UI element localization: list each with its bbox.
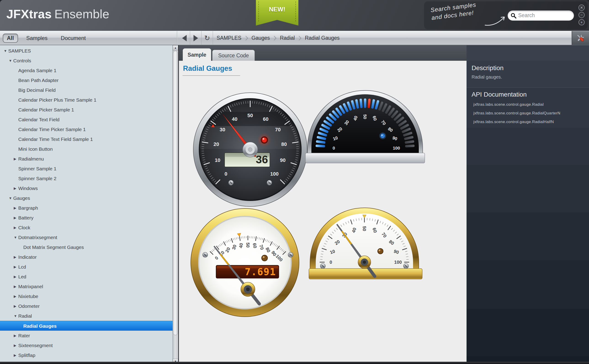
disclosure-triangle-icon[interactable]: ▼: [4, 46, 8, 56]
tree-item-label: Calendar Time Text Field Sample 1: [18, 134, 93, 144]
disclosure-triangle-icon[interactable]: ▶: [14, 282, 18, 291]
svg-text:60: 60: [252, 243, 258, 248]
tree-item-battery[interactable]: ▶Battery: [0, 213, 172, 223]
tree-item-calendar-time-picker-sample-1[interactable]: Calendar Time Picker Sample 1: [0, 124, 172, 134]
tree-item-lcd[interactable]: ▶Lcd: [0, 262, 172, 272]
tree-item-gauges[interactable]: ▼Gauges: [0, 193, 172, 203]
tree-item-label: Dot Matrix Segment Gauges: [23, 242, 84, 252]
disclosure-triangle-icon[interactable]: ▶: [14, 291, 18, 301]
disclosure-triangle-icon[interactable]: ▶: [14, 350, 18, 360]
tree-item-calendar-text-field[interactable]: Calendar Text Field: [0, 115, 172, 124]
svg-text:0: 0: [333, 146, 335, 150]
tree-item-matrixpanel[interactable]: ▶Matrixpanel: [0, 282, 172, 291]
svg-text:0: 0: [225, 171, 227, 177]
disclosure-triangle-icon[interactable]: ▶: [14, 183, 18, 193]
disclosure-triangle-icon[interactable]: ▶: [14, 262, 18, 272]
svg-text:50: 50: [245, 242, 250, 247]
svg-text:0: 0: [329, 260, 332, 265]
svg-text:30: 30: [220, 127, 225, 132]
tab-source-code[interactable]: Source Code: [212, 50, 255, 61]
tree-item-bean-path-adapter[interactable]: Bean Path Adapter: [0, 75, 172, 85]
disclosure-triangle-icon[interactable]: ▶: [14, 340, 18, 350]
svg-text:100: 100: [270, 171, 279, 177]
disclosure-triangle-icon[interactable]: ▼: [14, 233, 18, 242]
disclosure-triangle-icon[interactable]: ▶: [14, 154, 18, 164]
plus-button[interactable]: +: [578, 19, 585, 25]
tree-item-big-decimal-field[interactable]: Big Decimal Field: [0, 85, 172, 95]
disclosure-triangle-icon[interactable]: ▶: [14, 252, 18, 262]
forward-icon: [194, 35, 198, 41]
tree-item-sixteensegment[interactable]: ▶Sixteensegment: [0, 340, 172, 350]
tree-item-samples[interactable]: ▼SAMPLES: [0, 46, 172, 56]
back-button[interactable]: [179, 31, 190, 45]
filter-all[interactable]: All: [3, 33, 18, 43]
tree-item-calendar-picker-sample-1[interactable]: Calendar Picker Sample 1: [0, 105, 172, 115]
tree-item-nixietube[interactable]: ▶Nixietube: [0, 291, 172, 301]
settings-button[interactable]: [572, 31, 589, 45]
filter-group: AllSamplesDocument: [3, 31, 94, 45]
tree-item-radialmenu[interactable]: ▶Radialmenu: [0, 154, 172, 164]
disclosure-triangle-icon[interactable]: ▼: [9, 56, 13, 65]
tab-strip: SampleSource Code: [179, 45, 466, 61]
tree-item-label: Sixteensegment: [18, 340, 53, 350]
tree-item-label: Calendar Text Field: [18, 115, 60, 124]
app-header: JFXtrasEnsemble NEW! Search samples and …: [0, 0, 589, 31]
tree-item-bargraph[interactable]: ▶Bargraph: [0, 203, 172, 213]
breadcrumb-item-radial[interactable]: Radial: [276, 31, 298, 45]
tree-item-spinner-sample-2[interactable]: Spinner Sample 2: [0, 174, 172, 183]
back-icon: [182, 35, 187, 41]
disclosure-triangle-icon[interactable]: ▼: [14, 311, 18, 321]
tree-item-windows[interactable]: ▶Windows: [0, 183, 172, 193]
toolbar-separator: [177, 31, 177, 45]
scroll-up-button[interactable]: ▲: [173, 45, 178, 51]
tree-item-calendar-picker-plus-time-sample-1[interactable]: Calendar Picker Plus Time Sample 1: [0, 95, 172, 105]
breadcrumb-item-gauges[interactable]: Gauges: [248, 31, 274, 45]
gauge-gold-half: 0102030405060708090100: [308, 201, 423, 281]
tree-item-mini-icon-button[interactable]: Mini Icon Button: [0, 144, 172, 154]
tree-item-calendar-time-text-field-sample-1[interactable]: Calendar Time Text Field Sample 1: [0, 134, 172, 144]
breadcrumb-item-samples[interactable]: SAMPLES: [213, 31, 245, 45]
disclosure-triangle-icon[interactable]: ▶: [14, 213, 18, 223]
tree-item-led[interactable]: ▶Led: [0, 272, 172, 282]
tree-item-label: Battery: [18, 213, 33, 223]
svg-text:60: 60: [263, 116, 268, 122]
tree-item-indicator[interactable]: ▶Indicator: [0, 252, 172, 262]
disclosure-triangle-icon[interactable]: ▶: [14, 203, 18, 213]
refresh-icon: ↻: [204, 34, 210, 42]
disclosure-triangle-icon[interactable]: ▶: [14, 272, 18, 282]
tree-scrollbar[interactable]: ▲ ▼: [173, 45, 179, 364]
tree-item-dotmatrixsegment[interactable]: ▼Dotmatrixsegment: [0, 233, 172, 242]
disclosure-triangle-icon[interactable]: ▶: [14, 301, 18, 311]
tree-item-odometer[interactable]: ▶Odometer: [0, 301, 172, 311]
tree-item-radial[interactable]: ▼Radial: [0, 311, 172, 321]
filter-samples[interactable]: Samples: [21, 34, 52, 42]
api-link[interactable]: jxftras.labs.scene.control.gauge.Radial: [473, 102, 544, 107]
tree-item-agenda-sample-1[interactable]: Agenda Sample 1: [0, 65, 172, 75]
disclosure-triangle-icon[interactable]: ▼: [9, 193, 13, 203]
api-link[interactable]: jxftras.labs.scene.control.gauge.RadialQ…: [473, 111, 560, 116]
scrollbar-thumb[interactable]: [173, 51, 178, 335]
api-link[interactable]: jxftras.labs.scene.control.gauge.RadialH…: [473, 120, 554, 124]
forward-button[interactable]: [190, 31, 202, 45]
refresh-button[interactable]: ↻: [202, 31, 213, 45]
tree-item-controls[interactable]: ▼Controls: [0, 56, 172, 65]
breadcrumb-item-radial-gauges[interactable]: Radial Gauges: [301, 31, 343, 45]
tree-item-radial-gauges[interactable]: Radial Gauges: [0, 321, 172, 331]
tree-item-clock[interactable]: ▶Clock: [0, 223, 172, 233]
tree-item-splitflap[interactable]: ▶Splitflap: [0, 350, 172, 360]
svg-text:50: 50: [362, 226, 367, 231]
tree-item-dot-matrix-segment-gauges[interactable]: Dot Matrix Segment Gauges: [0, 242, 172, 252]
tab-sample[interactable]: Sample: [183, 48, 211, 61]
tree-item-rater[interactable]: ▶Rater: [0, 331, 172, 340]
tree-item-spinner-sample-1[interactable]: Spinner Sample 1: [0, 164, 172, 174]
close-button[interactable]: ✕: [578, 5, 585, 11]
filter-document[interactable]: Document: [56, 34, 91, 42]
search-input[interactable]: [518, 11, 571, 19]
tree-item-label: Matrixpanel: [18, 282, 43, 291]
disclosure-triangle-icon[interactable]: ▶: [14, 223, 18, 233]
gauge-led-half: 0102030405060708090100: [305, 87, 426, 164]
minus-button[interactable]: −: [578, 12, 585, 18]
svg-text:40: 40: [232, 116, 237, 122]
disclosure-triangle-icon[interactable]: ▶: [14, 331, 18, 340]
tree-item-label: Dotmatrixsegment: [18, 233, 57, 242]
